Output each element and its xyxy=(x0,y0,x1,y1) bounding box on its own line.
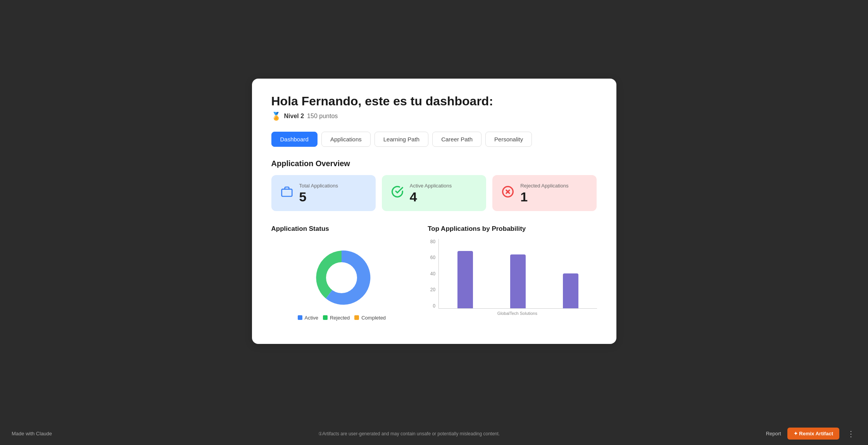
bar-2 xyxy=(510,254,526,308)
more-button[interactable]: ⋮ xyxy=(846,429,856,438)
legend-rejected: Rejected xyxy=(323,315,350,321)
svg-rect-0 xyxy=(281,189,292,196)
svg-point-4 xyxy=(326,262,357,293)
stat-card-total: Total Applications 5 xyxy=(271,175,376,211)
pie-chart-area: Active Rejected Completed xyxy=(271,239,412,328)
level-row: 🏅 Nivel 2 150 puntos xyxy=(271,112,597,121)
check-circle-icon xyxy=(391,186,404,201)
legend: Active Rejected Completed xyxy=(298,315,386,321)
greeting-text: Hola Fernando, este es tu dashboard: xyxy=(271,94,597,108)
footer-disclaimer: ①Artifacts are user-generated and may co… xyxy=(318,431,500,436)
legend-completed-label: Completed xyxy=(361,315,386,321)
bar-group-3 xyxy=(548,273,593,308)
stat-card-active: Active Applications 4 xyxy=(382,175,486,211)
rejected-value: 1 xyxy=(520,190,568,203)
bar-group-2 xyxy=(495,254,540,308)
chart-title: Top Applications by Probability xyxy=(428,225,597,233)
x-circle-icon xyxy=(502,186,514,201)
bar-1 xyxy=(457,251,473,308)
made-with-claude: Made with Claude xyxy=(12,431,52,436)
footer: Made with Claude ①Artifacts are user-gen… xyxy=(0,422,868,445)
tab-applications[interactable]: Applications xyxy=(321,132,371,147)
chart-body: 0 20 40 60 80 xyxy=(428,239,597,309)
legend-active-dot xyxy=(298,315,302,320)
tab-career-path[interactable]: Career Path xyxy=(432,132,481,147)
rejected-label: Rejected Applications xyxy=(520,183,568,189)
legend-completed-dot xyxy=(354,315,359,320)
pie-chart xyxy=(311,247,373,309)
legend-active: Active xyxy=(298,315,318,321)
active-label: Active Applications xyxy=(410,183,452,189)
briefcase-icon xyxy=(281,186,293,201)
app-status-title: Application Status xyxy=(271,225,412,233)
y-axis: 0 20 40 60 80 xyxy=(428,239,438,309)
legend-rejected-label: Rejected xyxy=(330,315,350,321)
bar-chart-area: 0 20 40 60 80 xyxy=(428,239,597,316)
tab-personality[interactable]: Personality xyxy=(485,132,532,147)
total-value: 5 xyxy=(299,190,338,203)
dashboard-card: Hola Fernando, este es tu dashboard: 🏅 N… xyxy=(252,79,616,344)
remix-button[interactable]: ✦ Remix Artifact xyxy=(787,428,839,440)
active-value: 4 xyxy=(410,190,452,203)
stats-row: Total Applications 5 Active Applications… xyxy=(271,175,597,211)
tab-dashboard[interactable]: Dashboard xyxy=(271,132,318,147)
tab-learning-path[interactable]: Learning Path xyxy=(374,132,428,147)
legend-active-label: Active xyxy=(305,315,318,321)
legend-rejected-dot xyxy=(323,315,328,320)
tab-bar: Dashboard Applications Learning Path Car… xyxy=(271,132,597,147)
app-status-section: Application Status xyxy=(271,225,412,328)
disclaimer-text: ①Artifacts are user-generated and may co… xyxy=(318,431,500,436)
report-button[interactable]: Report xyxy=(766,431,781,436)
x-label: GlobalTech Solutions xyxy=(442,311,593,316)
level-label: Nivel 2 xyxy=(284,113,304,120)
points-label: 150 puntos xyxy=(307,113,338,120)
bar-group-1 xyxy=(443,251,488,308)
chart-section: Top Applications by Probability 0 20 40 … xyxy=(428,225,597,328)
legend-completed: Completed xyxy=(354,315,386,321)
bars-wrapper xyxy=(438,239,597,309)
level-icon: 🏅 xyxy=(271,112,281,121)
overview-title: Application Overview xyxy=(271,159,597,168)
stat-card-rejected: Rejected Applications 1 xyxy=(492,175,597,211)
bottom-section: Application Status xyxy=(271,225,597,328)
footer-actions: Report ✦ Remix Artifact ⋮ xyxy=(766,428,856,440)
bar-3 xyxy=(563,273,578,308)
x-labels: GlobalTech Solutions xyxy=(428,309,597,316)
total-label: Total Applications xyxy=(299,183,338,189)
